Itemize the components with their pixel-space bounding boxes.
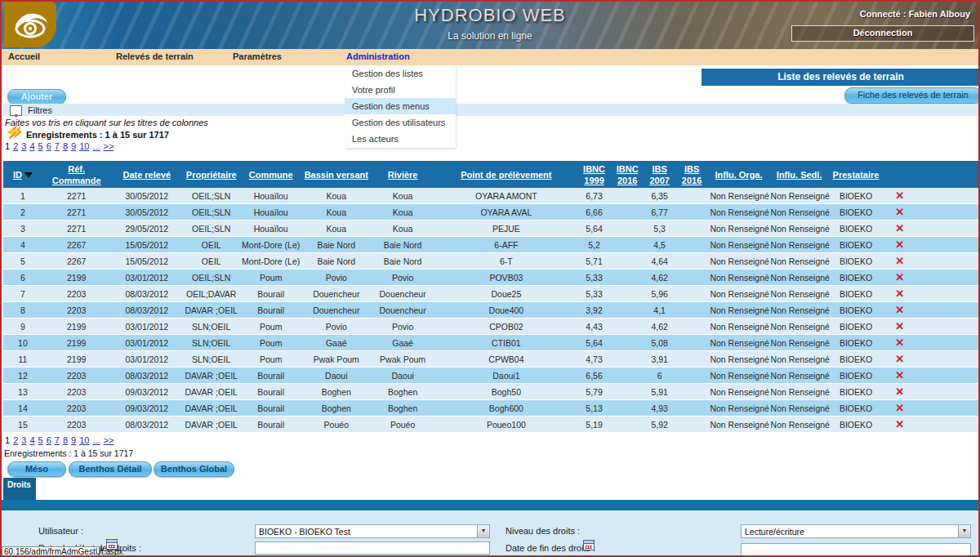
col-riviere[interactable]: Rivière — [371, 161, 435, 188]
filters-collapse-icon[interactable]: » — [10, 105, 22, 116]
pagination-bottom: 12345678910...>> — [5, 435, 117, 445]
chevron-down-icon[interactable]: ▼ — [477, 525, 489, 537]
logout-button[interactable]: Déconnection — [791, 25, 974, 42]
page-link[interactable]: 5 — [38, 141, 43, 151]
delete-row-icon[interactable]: ✕ — [895, 189, 904, 202]
page-link[interactable]: 4 — [29, 141, 34, 151]
delete-row-icon[interactable]: ✕ — [895, 238, 904, 251]
table-row[interactable]: 3227129/05/2012OEIL;SLNHouaïlouKouaKouaP… — [3, 221, 980, 237]
menu-item-releves-de-terrain[interactable]: Relevés de terrain — [116, 51, 194, 61]
page-link[interactable]: 6 — [47, 141, 51, 151]
dropdown-item-votre-profil[interactable]: Votre profil — [345, 82, 456, 98]
col-id[interactable]: ID — [3, 161, 42, 188]
page-link[interactable]: ... — [92, 435, 100, 445]
user-select[interactable]: BIOEKO - BIOEKO Test ▼ — [255, 524, 490, 538]
table-row[interactable]: 12220308/03/2012DAVAR ;OEILBourailDaouiD… — [3, 368, 980, 384]
add-button[interactable]: Ajouter — [7, 89, 66, 105]
cell-ref-commande: 2203 — [42, 417, 111, 433]
page-link[interactable]: 9 — [71, 141, 76, 151]
cell-ibnc-1999: 5,19 — [577, 417, 611, 433]
table-row[interactable]: 7220308/03/2012OEIL;DAVARBourailDouenche… — [3, 286, 980, 302]
delete-row-icon[interactable]: ✕ — [895, 402, 904, 414]
delete-row-icon[interactable]: ✕ — [895, 287, 904, 300]
meso-button[interactable]: Méso — [7, 461, 66, 477]
col-point-prelevement[interactable]: Point de prélèvement — [435, 161, 578, 188]
chevron-down-icon[interactable]: ▼ — [958, 525, 970, 537]
page-link[interactable]: >> — [104, 141, 114, 151]
page-link[interactable]: 9 — [71, 435, 76, 445]
table-row[interactable]: 14220309/03/2012DAVAR ;OEILBourailBoghen… — [3, 400, 980, 417]
page-link[interactable]: 6 — [47, 435, 51, 445]
table-row[interactable]: 11219903/01/2012SLN;OEILPoumPwak PoumPwa… — [3, 351, 980, 368]
delete-row-icon[interactable]: ✕ — [895, 206, 904, 218]
dropdown-item-les-acteurs[interactable]: Les acteurs — [345, 131, 456, 147]
col-ibnc-2016[interactable]: IBNC2016 — [611, 161, 644, 188]
delete-row-icon[interactable]: ✕ — [895, 320, 904, 332]
page-link[interactable]: 7 — [55, 141, 60, 151]
table-row[interactable]: 5226715/05/2012OEILMont-Dore (Le)Baie No… — [3, 253, 980, 270]
delete-row-icon[interactable]: ✕ — [895, 255, 904, 267]
page-link[interactable]: >> — [104, 435, 114, 445]
col-influ-sedi[interactable]: Influ. Sedi. — [769, 161, 830, 188]
col-commune[interactable]: Commune — [239, 161, 302, 188]
benthos-global-button[interactable]: Benthos Global — [154, 461, 234, 477]
page-link[interactable]: ... — [92, 141, 100, 151]
rights-level-select[interactable]: Lecture/écriture ▼ — [741, 524, 971, 538]
table-row[interactable]: 10219903/01/2012SLN;OEILPoumGaaéGaaéCTIB… — [3, 335, 980, 351]
start-date-input[interactable] — [255, 541, 490, 555]
cell-ibs-2016 — [675, 270, 709, 286]
page-link[interactable]: 3 — [21, 435, 26, 445]
col-ibnc-1999[interactable]: IBNC1999 — [577, 161, 611, 188]
col-ref-commande[interactable]: Réf. Commande — [42, 161, 111, 188]
page-link[interactable]: 10 — [79, 141, 89, 151]
table-row[interactable]: 2227130/05/2012OEIL;SLNHouaïlouKouaKouaO… — [3, 204, 980, 221]
table-row[interactable]: 1227130/05/2012OEIL;SLNHouaïlouKouaKouaO… — [3, 188, 980, 204]
delete-row-icon[interactable]: ✕ — [895, 353, 904, 365]
section-divider-bar — [2, 500, 978, 510]
cell-ibnc-2016 — [611, 302, 644, 319]
delete-row-icon[interactable]: ✕ — [895, 418, 904, 430]
col-ibs-2016[interactable]: IBS2016 — [675, 161, 709, 188]
page-link[interactable]: 7 — [55, 435, 60, 445]
page-link[interactable]: 10 — [79, 435, 89, 445]
page-link[interactable]: 3 — [21, 141, 26, 151]
cell-commune: Houaïlou — [239, 188, 302, 204]
table-row[interactable]: 4226715/05/2012OEILMont-Dore (Le)Baie No… — [3, 237, 980, 253]
delete-row-icon[interactable]: ✕ — [895, 336, 904, 349]
page-link[interactable]: 8 — [63, 141, 68, 151]
end-date-input[interactable] — [741, 543, 971, 556]
dropdown-item-gestion-des-utilisateurs[interactable]: Gestion des utilisateurs — [345, 114, 456, 131]
dropdown-item-gestion-des-listes[interactable]: Gestion des listes — [345, 65, 456, 82]
cell-riviere: Pouéo — [371, 417, 435, 433]
cell-ibnc-1999: 3,92 — [577, 302, 611, 319]
benthos-detail-button[interactable]: Benthos Détail — [69, 461, 152, 477]
page-link[interactable]: 8 — [63, 435, 68, 445]
tab-droits[interactable]: Droits — [3, 478, 36, 500]
menu-item-parametres[interactable]: Paramètres — [233, 51, 282, 61]
calendar-icon[interactable] — [583, 540, 595, 550]
delete-row-icon[interactable]: ✕ — [895, 385, 904, 398]
page-link[interactable]: 2 — [13, 435, 18, 445]
table-row[interactable]: 15220308/03/2012DAVAR ;OEILBourailPouéoP… — [3, 417, 980, 433]
delete-row-icon[interactable]: ✕ — [895, 271, 904, 283]
fiche-releves-button[interactable]: Fiche des relevés de terrain — [844, 87, 980, 104]
col-influ-orga[interactable]: Influ. Orga. — [708, 161, 768, 188]
page-link[interactable]: 4 — [29, 435, 34, 445]
table-row[interactable]: 8220308/03/2012DAVAR ;OEILBourailDouench… — [3, 302, 980, 319]
table-row[interactable]: 9219903/01/2012SLN;OEILPoumPovioPovioCPO… — [3, 319, 980, 335]
table-row[interactable]: 13220309/03/2012DAVAR ;OEILBourailBoghen… — [3, 384, 980, 400]
col-date-releve[interactable]: Date relevé — [111, 161, 184, 188]
dropdown-item-gestion-des-menus[interactable]: Gestion des menus — [345, 98, 456, 114]
page-link[interactable]: 2 — [13, 141, 18, 151]
table-row[interactable]: 6219903/01/2012OEIL;SLNPoumPovioPovioPOV… — [3, 270, 980, 286]
col-ibs-2007[interactable]: IBS2007 — [644, 161, 675, 188]
delete-row-icon[interactable]: ✕ — [895, 222, 904, 234]
delete-row-icon[interactable]: ✕ — [895, 304, 904, 316]
col-proprietaire[interactable]: Propriétaire — [183, 161, 239, 188]
menu-item-accueil[interactable]: Accueil — [8, 51, 40, 61]
col-prestataire[interactable]: Prestataire — [830, 161, 883, 188]
menu-item-administration[interactable]: Administration — [346, 51, 410, 61]
col-bassin-versant[interactable]: Bassin versant — [302, 161, 371, 188]
delete-row-icon[interactable]: ✕ — [895, 369, 904, 381]
page-link[interactable]: 5 — [38, 435, 43, 445]
